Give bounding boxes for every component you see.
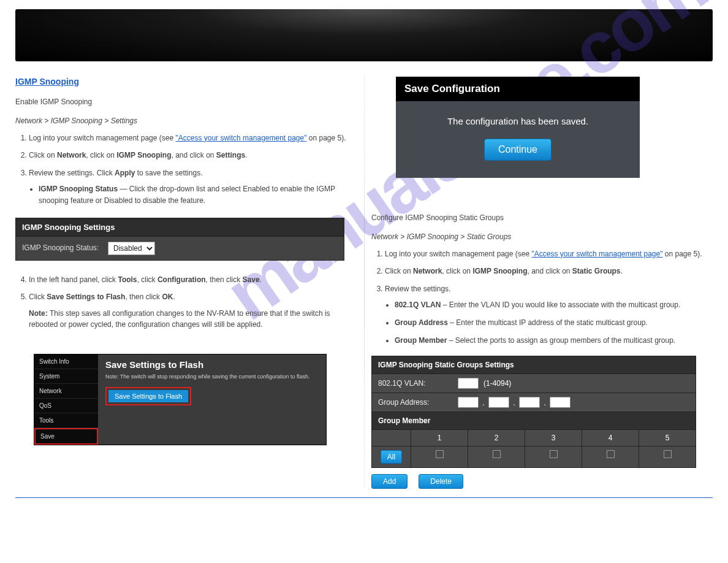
delete-button[interactable]: Delete	[419, 474, 463, 489]
igmp-settings-panel: IGMP Snooping Settings IGMP Snooping Sta…	[15, 218, 344, 261]
vlan-range: (1-4094)	[483, 379, 511, 388]
left-column: IGMP Snooping Enable IGMP Snooping Netwo…	[15, 77, 357, 489]
config-word: Configuration	[157, 275, 206, 284]
add-button[interactable]: Add	[371, 474, 408, 489]
r-step-1: Log into your switch management page (se…	[385, 248, 713, 260]
dot-3: .	[544, 399, 545, 407]
column-divider	[364, 74, 365, 489]
r-step-2: Click on Network, click on IGMP Snooping…	[385, 266, 713, 277]
port-5-header: 5	[639, 430, 696, 446]
flash-title: Save Settings to Flash	[105, 359, 319, 370]
enable-heading: Enable IGMP Snooping	[15, 96, 357, 108]
sidebar-item-system[interactable]: System	[34, 369, 98, 384]
link-access-page-right[interactable]: "Access your switch management page"	[531, 250, 662, 258]
sidebar-item-switch-info[interactable]: Switch Info	[34, 354, 98, 369]
right-column: Save Configuration The configuration has…	[371, 77, 713, 489]
section-title-link[interactable]: IGMP Snooping	[15, 77, 357, 86]
sidebar-item-qos[interactable]: QoS	[34, 399, 98, 413]
step-4: In the left hand panel, click Tools, cli…	[29, 274, 357, 286]
step-5: Click Save Settings to Flash, then click…	[29, 291, 357, 331]
bullet-label: IGMP Snooping Status	[39, 185, 118, 193]
bullet-igmp-status: IGMP Snooping Status — Click the drop-do…	[39, 183, 357, 206]
port-check-row: All	[371, 446, 696, 468]
sidebar: Switch Info System Network QoS Tools Sav…	[34, 354, 98, 445]
port-1-checkbox[interactable]	[436, 450, 444, 458]
ga-input-2[interactable]	[488, 397, 509, 408]
dot-1: .	[482, 399, 484, 407]
steps-left-cont: In the left hand panel, click Tools, cli…	[15, 274, 357, 331]
bullet-group-address: Group Address – Enter the multicast IP a…	[395, 317, 713, 329]
igmp-status-label: IGMP Snooping Status:	[22, 243, 108, 253]
step3-b: to save the settings.	[135, 169, 202, 177]
step-1: Log into your switch management page (se…	[29, 132, 357, 144]
save-config-title: Save Configuration	[396, 77, 640, 101]
apply-word: Apply	[115, 169, 135, 177]
steps-right: Log into your switch management page (se…	[371, 248, 713, 347]
note-label: Note:	[29, 309, 50, 318]
igmp-status-select[interactable]: Disabled	[108, 242, 155, 255]
link-access-page[interactable]: "Access your switch management page"	[175, 134, 306, 142]
bullet-group-member: Group Member – Select the ports to assig…	[395, 335, 713, 347]
save-settings-flash-button[interactable]: Save Settings to Flash	[108, 390, 188, 402]
group-member-header: Group Member	[371, 412, 696, 430]
port-1-header: 1	[411, 430, 468, 446]
save-config-dialog: Save Configuration The configuration has…	[396, 77, 640, 178]
sidebar-item-save[interactable]: Save	[34, 428, 98, 445]
igmp-word: IGMP Snooping	[472, 267, 527, 275]
network-word: Network	[413, 267, 442, 275]
save-word: Save	[243, 275, 260, 284]
save-flash-panel: Switch Info System Network QoS Tools Sav…	[34, 354, 327, 445]
step-2: Click on Network, click on IGMP Snooping…	[29, 150, 357, 161]
flash-btn-highlight: Save Settings to Flash	[105, 387, 191, 405]
ga-input-3[interactable]	[519, 397, 540, 408]
flash-note: Note: The switch will stop responding wh…	[105, 373, 319, 380]
port-2-checkbox[interactable]	[493, 450, 501, 458]
all-button[interactable]: All	[381, 450, 402, 464]
steps-left: Log into your switch management page (se…	[15, 132, 357, 207]
group-address-label: Group Address:	[378, 398, 458, 407]
ga-input-4[interactable]	[550, 397, 571, 408]
vlan-input[interactable]	[458, 378, 479, 389]
continue-button[interactable]: Continue	[484, 139, 552, 161]
panel-header: IGMP Snooping Settings	[16, 218, 344, 237]
port-3-header: 3	[525, 430, 582, 446]
port-header-row: 1 2 3 4 5	[371, 430, 696, 446]
port-4-checkbox[interactable]	[607, 450, 615, 458]
save-config-msg: The configuration has been saved.	[402, 116, 634, 126]
step-3: Review the settings. Click Apply to save…	[29, 167, 357, 207]
breadcrumb-right: Network > IGMP Snooping > Static Groups	[371, 232, 713, 241]
header-banner	[15, 9, 713, 61]
static-groups-panel: IGMP Snooping Static Groups Settings 802…	[371, 356, 696, 489]
port-2-header: 2	[468, 430, 525, 446]
r-step-3: Review the settings. 802.1Q VLAN – Enter…	[385, 283, 713, 346]
static-groups-word: Static Groups	[572, 267, 621, 275]
tools-word: Tools	[118, 275, 137, 284]
ga-input-1[interactable]	[458, 397, 479, 408]
step3-a: Review the settings. Click	[29, 169, 115, 177]
bullet-vlan: 802.1Q VLAN – Enter the VLAN ID you woul…	[395, 299, 713, 311]
dot-2: .	[513, 399, 515, 407]
port-5-checkbox[interactable]	[664, 450, 672, 458]
note-text: This step saves all configuration change…	[29, 309, 330, 329]
sidebar-item-tools[interactable]: Tools	[34, 413, 98, 428]
vlan-label: 802.1Q VLAN:	[378, 379, 458, 388]
static-panel-title: IGMP Snooping Static Groups Settings	[371, 356, 696, 374]
port-header-blank	[372, 430, 411, 446]
port-3-checkbox[interactable]	[550, 450, 558, 458]
breadcrumb-left: Network > IGMP Snooping > Settings	[15, 117, 357, 125]
footer-rule	[15, 497, 713, 498]
enable-heading-right: Configure IGMP Snooping Static Groups	[371, 212, 713, 224]
sidebar-item-network[interactable]: Network	[34, 384, 98, 399]
port-4-header: 4	[582, 430, 639, 446]
